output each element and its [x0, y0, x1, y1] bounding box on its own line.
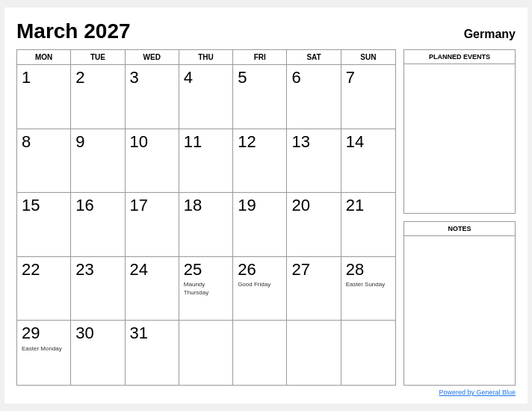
day-number: 4 [184, 68, 193, 87]
day-event: Maundy Thursday [184, 281, 208, 297]
cal-cell: 10 [126, 129, 179, 194]
day-number: 3 [130, 68, 139, 87]
cal-cell: 24 [126, 257, 179, 321]
day-number: 27 [291, 260, 309, 279]
calendar-header: MONTUEWEDTHUFRISATSUN [17, 50, 395, 65]
cal-cell: 21 [341, 193, 395, 257]
day-number: 8 [22, 132, 31, 152]
cal-cell: 27 [287, 257, 341, 321]
day-number: 31 [130, 324, 148, 343]
day-number: 13 [291, 132, 309, 152]
day-number: 14 [346, 132, 364, 152]
cal-cell: 15 [17, 193, 71, 257]
cal-cell: 26Good Friday [233, 257, 287, 321]
day-number: 12 [238, 132, 256, 152]
calendar: MONTUEWEDTHUFRISATSUN 123456789101112131… [16, 49, 396, 386]
sidebar: PLANNED EVENTS NOTES [403, 49, 516, 386]
day-of-week-sat: SAT [287, 50, 341, 64]
day-of-week-tue: TUE [71, 50, 125, 64]
cal-cell: 23 [71, 257, 125, 321]
cal-cell: 6 [287, 65, 341, 129]
cal-cell: 25Maundy Thursday [179, 257, 233, 321]
day-number: 23 [75, 260, 93, 279]
day-of-week-sun: SUN [341, 50, 395, 64]
cal-cell: 1 [17, 65, 71, 129]
cal-cell: 12 [233, 129, 287, 194]
notes-box: NOTES [403, 221, 516, 386]
cal-cell: 9 [71, 129, 125, 194]
cal-cell: 11 [179, 129, 233, 194]
day-number: 18 [184, 196, 202, 215]
cal-cell: 29Easter Monday [17, 321, 71, 385]
day-number: 25 [184, 260, 202, 279]
day-number: 6 [291, 68, 300, 87]
cal-cell [341, 321, 395, 385]
day-number: 29 [22, 324, 40, 343]
cal-cell: 7 [341, 65, 395, 129]
main-area: MONTUEWEDTHUFRISATSUN 123456789101112131… [16, 49, 516, 386]
cal-cell: 8 [17, 129, 71, 194]
header: March 2027 Germany [16, 19, 516, 43]
day-event: Good Friday [238, 281, 270, 288]
cal-cell: 22 [17, 257, 71, 321]
cal-cell [287, 321, 341, 385]
day-of-week-thu: THU [179, 50, 233, 64]
cal-cell: 20 [287, 193, 341, 257]
day-number: 1 [22, 68, 31, 87]
day-number: 15 [22, 196, 40, 215]
day-number: 19 [238, 196, 256, 215]
cal-cell: 2 [71, 65, 125, 129]
month-title: March 2027 [16, 19, 131, 43]
cal-cell: 31 [126, 321, 179, 385]
day-number: 22 [22, 260, 40, 279]
notes-content [404, 236, 515, 385]
cal-cell: 4 [179, 65, 233, 129]
day-number: 24 [130, 260, 148, 279]
powered-by-link[interactable]: Powered by General Blue [439, 389, 516, 396]
cal-cell: 16 [71, 193, 125, 257]
cal-cell: 13 [287, 129, 341, 194]
notes-title: NOTES [404, 222, 515, 236]
planned-events-title: PLANNED EVENTS [404, 50, 515, 64]
day-number: 17 [130, 196, 148, 215]
planned-events-box: PLANNED EVENTS [403, 49, 516, 214]
cal-cell: 28Easter Sunday [341, 257, 395, 321]
day-number: 30 [75, 324, 93, 343]
day-number: 7 [346, 68, 355, 87]
day-number: 2 [75, 68, 84, 87]
day-of-week-fri: FRI [233, 50, 287, 64]
day-number: 21 [346, 196, 364, 215]
cal-cell [233, 321, 287, 385]
footer: Powered by General Blue [16, 386, 516, 396]
day-of-week-mon: MON [17, 50, 71, 64]
day-number: 9 [75, 132, 84, 152]
cal-cell: 18 [179, 193, 233, 257]
day-number: 10 [130, 132, 148, 152]
day-number: 11 [184, 132, 202, 152]
planned-events-content [404, 64, 515, 213]
day-number: 16 [75, 196, 93, 215]
cal-cell: 14 [341, 129, 395, 194]
cal-cell: 5 [233, 65, 287, 129]
cal-cell [179, 321, 233, 385]
cal-cell: 19 [233, 193, 287, 257]
cal-cell: 17 [126, 193, 179, 257]
day-number: 26 [238, 260, 256, 279]
calendar-body: 1234567891011121314151617181920212223242… [17, 65, 395, 385]
day-number: 5 [238, 68, 247, 87]
day-event: Easter Sunday [346, 281, 385, 288]
day-event: Easter Monday [22, 345, 62, 353]
page: March 2027 Germany MONTUEWEDTHUFRISATSUN… [4, 7, 528, 404]
cal-cell: 30 [71, 321, 125, 385]
day-of-week-wed: WED [126, 50, 179, 64]
day-number: 28 [346, 260, 364, 279]
day-number: 20 [291, 196, 309, 215]
country-title: Germany [464, 28, 516, 41]
cal-cell: 3 [126, 65, 179, 129]
